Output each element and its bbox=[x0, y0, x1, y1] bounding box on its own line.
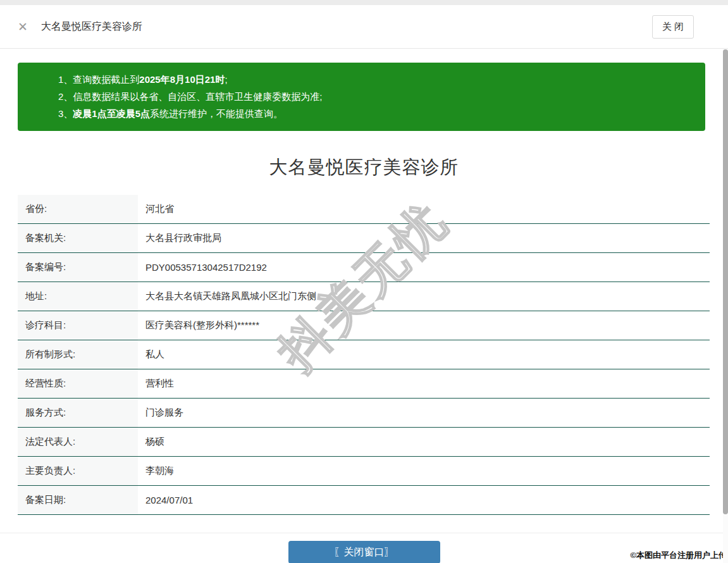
scrollbar-thumb[interactable] bbox=[723, 49, 728, 514]
row-label: 地址: bbox=[18, 282, 138, 311]
row-label: 省份: bbox=[18, 195, 138, 223]
row-label: 备案机关: bbox=[18, 224, 138, 252]
table-row: 主要负责人:李朝海 bbox=[18, 457, 710, 486]
row-value: 李朝海 bbox=[138, 457, 174, 485]
table-row: 地址:大名县大名镇天雄路凤凰城小区北门东侧 bbox=[18, 282, 710, 311]
top-strip bbox=[0, 0, 728, 5]
row-value: 大名县大名镇天雄路凤凰城小区北门东侧 bbox=[138, 282, 316, 311]
notice-line: 3、凌晨1点至凌晨5点系统进行维护，不能提供查询。 bbox=[58, 105, 693, 122]
row-value: 私人 bbox=[138, 340, 164, 369]
row-label: 所有制形式: bbox=[18, 340, 138, 369]
detail-table: 省份:河北省备案机关:大名县行政审批局备案编号:PDY0053571304251… bbox=[18, 195, 710, 515]
notice-line: 2、信息数据结果以各省、自治区、直辖市卫生健康委数据为准; bbox=[58, 88, 693, 105]
close-button[interactable]: 关 闭 bbox=[652, 15, 694, 39]
notice-banner: 1、查询数据截止到2025年8月10日21时;2、信息数据结果以各省、自治区、直… bbox=[18, 63, 705, 131]
row-label: 备案编号: bbox=[18, 253, 138, 282]
table-row: 备案机关:大名县行政审批局 bbox=[18, 224, 710, 253]
row-label: 服务方式: bbox=[18, 399, 138, 427]
window-title: 大名曼悦医疗美容诊所 bbox=[41, 20, 142, 34]
table-row: 备案编号:PDY00535713042517D2192 bbox=[18, 253, 710, 282]
row-value: PDY00535713042517D2192 bbox=[138, 253, 267, 282]
notice-line: 1、查询数据截止到2025年8月10日21时; bbox=[58, 71, 693, 88]
row-value: 医疗美容科(整形外科)****** bbox=[138, 311, 259, 340]
image-credit-text: ©本图由平台注册用户上传 bbox=[630, 550, 727, 561]
row-value: 河北省 bbox=[138, 195, 174, 223]
row-value: 门诊服务 bbox=[138, 399, 183, 427]
table-row: 服务方式:门诊服务 bbox=[18, 399, 710, 428]
row-label: 诊疗科目: bbox=[18, 311, 138, 340]
row-value: 营利性 bbox=[138, 369, 174, 398]
row-value: 大名县行政审批局 bbox=[138, 224, 221, 252]
row-label: 经营性质: bbox=[18, 369, 138, 398]
table-row: 经营性质:营利性 bbox=[18, 369, 710, 399]
scrollbar-track[interactable] bbox=[723, 49, 728, 563]
close-window-button[interactable]: 〖关闭窗口〗 bbox=[288, 541, 440, 563]
window-header: ✕ 大名曼悦医疗美容诊所 关 闭 bbox=[0, 5, 728, 49]
row-label: 主要负责人: bbox=[18, 457, 138, 485]
close-icon[interactable]: ✕ bbox=[18, 21, 28, 33]
table-row: 省份:河北省 bbox=[18, 195, 710, 224]
table-row: 备案日期:2024/07/01 bbox=[18, 486, 710, 515]
button-area: 〖关闭窗口〗 bbox=[0, 533, 728, 563]
row-label: 法定代表人: bbox=[18, 428, 138, 456]
row-label: 备案日期: bbox=[18, 486, 138, 514]
table-row: 所有制形式:私人 bbox=[18, 340, 710, 369]
table-row: 诊疗科目:医疗美容科(整形外科)****** bbox=[18, 311, 710, 340]
row-value: 2024/07/01 bbox=[138, 486, 193, 514]
row-value: 杨硕 bbox=[138, 428, 164, 456]
page-title: 大名曼悦医疗美容诊所 bbox=[0, 155, 728, 180]
table-row: 法定代表人:杨硕 bbox=[18, 428, 710, 457]
